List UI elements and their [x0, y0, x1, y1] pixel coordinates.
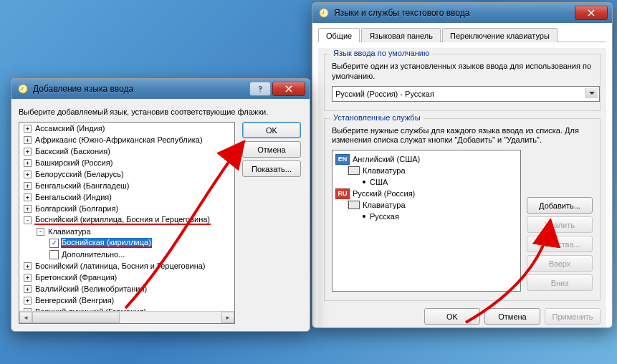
horizontal-scrollbar[interactable]: ◄ ► — [19, 311, 234, 323]
tree-node[interactable]: -Клавиатура — [19, 226, 234, 237]
svg-point-2 — [259, 91, 261, 92]
collapse-icon[interactable]: - — [24, 216, 32, 224]
tree-node[interactable]: +Бенгальский (Бангладеш) — [19, 180, 234, 191]
tree-label: Башкирский (Россия) — [34, 158, 113, 167]
expand-icon[interactable]: + — [24, 193, 32, 201]
layout-row[interactable]: Русская — [335, 211, 517, 222]
tree-node[interactable]: +Бенгальский (Индия) — [19, 191, 234, 203]
default-language-combo[interactable]: Русский (Россия) - Русская — [332, 86, 600, 102]
move-down-button[interactable]: Вниз — [527, 274, 593, 291]
svg-point-1 — [19, 85, 27, 93]
expand-icon[interactable]: + — [24, 297, 32, 305]
instruction-text: Выберите добавляемый язык, установив соо… — [19, 107, 302, 116]
apply-button[interactable]: Применить — [545, 308, 601, 325]
tree-node[interactable]: +Башкирский (Россия) — [19, 157, 234, 168]
dialog-footer: OK Отмена Применить — [324, 308, 601, 325]
tree-label: Клавиатура — [47, 227, 92, 236]
ok-button[interactable]: OK — [424, 308, 480, 325]
expand-icon[interactable]: + — [24, 125, 32, 133]
default-language-group: Язык ввода по умолчанию Выберите один из… — [324, 54, 601, 111]
lang-name: Английский (США) — [353, 155, 420, 163]
ok-button[interactable]: OK — [242, 122, 301, 138]
installed-services-tree[interactable]: EN Английский (США) Клавиатура США — [332, 150, 521, 292]
keyboard-header: Клавиатура — [363, 201, 406, 209]
layout-row[interactable]: США — [335, 176, 517, 188]
preview-button[interactable]: Показать... — [242, 161, 301, 177]
tabstrip: Общие Языковая панель Переключение клави… — [318, 27, 606, 42]
tree-node[interactable]: +Венгерский (Венгрия) — [19, 294, 234, 306]
tree-node[interactable]: Дополнительно... — [19, 249, 234, 260]
lang-badge-icon: RU — [335, 188, 350, 199]
tree-label: Боснийский (кириллица, Босния и Герцегов… — [34, 215, 211, 225]
checkbox[interactable]: ✓ — [49, 239, 59, 248]
tree-node[interactable]: +Африкаанс (Южно-Африканская Республика) — [19, 134, 234, 145]
expand-icon[interactable]: + — [24, 171, 32, 178]
close-button[interactable] — [575, 6, 608, 20]
layout-name: США — [370, 178, 388, 186]
checkbox[interactable] — [49, 250, 59, 259]
group-legend: Установленные службы — [330, 113, 424, 122]
scroll-thumb[interactable] — [32, 312, 120, 323]
remove-button[interactable]: Удалить — [527, 216, 593, 233]
tree-node[interactable]: +Боснийский (латиница, Босния и Герцегов… — [19, 260, 234, 272]
expand-icon[interactable]: + — [24, 136, 32, 144]
keyboard-icon — [348, 166, 360, 175]
expand-icon[interactable]: + — [24, 285, 32, 293]
cancel-button[interactable]: Отмена — [484, 308, 540, 325]
tree-label: Дополнительно... — [61, 250, 125, 259]
scroll-left-button[interactable]: ◄ — [19, 312, 32, 323]
language-tree[interactable]: +Ассамский (Индия)+Африкаанс (Южно-Африк… — [19, 122, 235, 324]
default-desc: Выберите один из установленных языков вв… — [332, 62, 593, 82]
tab-switching[interactable]: Переключение клавиатуры — [442, 28, 558, 42]
expand-icon[interactable]: + — [24, 205, 32, 213]
installed-services-group: Установленные службы Выберите нужные слу… — [324, 118, 601, 302]
bullet-icon — [363, 181, 365, 183]
expand-icon[interactable]: + — [24, 159, 32, 167]
tree-label: Болгарский (Болгария) — [34, 204, 119, 213]
add-button[interactable]: Добавить... — [527, 197, 593, 214]
lang-badge-icon: EN — [335, 154, 350, 165]
tab-general[interactable]: Общие — [318, 28, 360, 42]
expand-icon[interactable]: + — [24, 182, 32, 190]
tab-language-bar[interactable]: Языковая панель — [361, 28, 441, 42]
bullet-icon — [363, 215, 365, 218]
tree-label: Боснийский (латиница, Босния и Герцегови… — [34, 262, 206, 270]
tree-label: Бенгальский (Индия) — [34, 193, 113, 201]
keyboard-header-row: Клавиатура — [335, 199, 517, 211]
tree-node[interactable]: +Белорусский (Беларусь) — [19, 168, 234, 180]
tree-node[interactable]: +Баскский (Баскония) — [19, 145, 234, 157]
combo-value: Русский (Россия) - Русская — [335, 90, 434, 98]
add-input-language-window: Добавление языка ввода Выберите добавляе… — [11, 78, 310, 332]
expand-icon[interactable]: + — [24, 148, 32, 155]
tree-label: Венгерский (Венгрия) — [34, 296, 115, 305]
move-up-button[interactable]: Вверх — [527, 255, 593, 272]
tree-label: Белорусский (Беларусь) — [34, 170, 125, 178]
keyboard-icon — [348, 201, 360, 209]
titlebar[interactable]: Языки и службы текстового ввода — [312, 3, 612, 23]
help-button[interactable] — [249, 82, 271, 96]
close-button[interactable] — [272, 82, 305, 96]
properties-button[interactable]: Свойства... — [527, 236, 593, 252]
tree-node[interactable]: +Валлийский (Великобритания) — [19, 283, 234, 294]
layout-name: Русская — [370, 212, 399, 221]
expand-icon[interactable]: + — [24, 274, 32, 282]
cancel-button[interactable]: Отмена — [242, 141, 301, 158]
group-legend: Язык ввода по умолчанию — [330, 49, 432, 57]
tree-node[interactable]: +Бретонский (Франция) — [19, 272, 234, 283]
tree-node[interactable]: ✓Боснийская (кириллица) — [19, 237, 234, 249]
app-icon — [17, 83, 29, 95]
lang-row[interactable]: RU Русский (Россия) — [335, 188, 517, 199]
expand-icon[interactable]: + — [24, 262, 32, 270]
tree-label: Ассамский (Индия) — [34, 124, 106, 133]
tree-label: Бретонский (Франция) — [34, 273, 118, 282]
titlebar[interactable]: Добавление языка ввода — [11, 79, 310, 99]
tree-node[interactable]: -Боснийский (кириллица, Босния и Герцего… — [19, 214, 234, 226]
text-services-window: Языки и службы текстового ввода Общие Яз… — [312, 2, 613, 328]
collapse-icon[interactable]: - — [37, 228, 44, 236]
tree-node[interactable]: +Болгарский (Болгария) — [19, 203, 234, 214]
tree-label: Валлийский (Великобритания) — [34, 284, 148, 293]
lang-row[interactable]: EN Английский (США) — [335, 153, 517, 165]
scroll-right-button[interactable]: ► — [221, 312, 234, 323]
tree-node[interactable]: +Ассамский (Индия) — [19, 123, 234, 134]
tree-label: Бенгальский (Бангладеш) — [34, 181, 130, 190]
